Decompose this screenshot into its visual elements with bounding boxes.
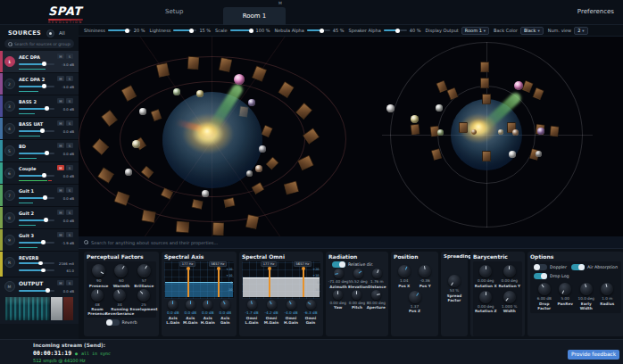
sources-filter-toggle[interactable] <box>46 29 54 37</box>
mute-button[interactable]: M <box>57 143 64 148</box>
properties-search-input[interactable] <box>91 240 618 245</box>
knob-brilliance[interactable]: 57 Brilliance <box>133 264 155 288</box>
knob-pitch[interactable]: 0.00 deg Pitch <box>347 290 366 310</box>
knob-envelopment[interactable]: 25 Envelopment <box>132 289 155 317</box>
knob-azimuth[interactable]: -71.40 deg Azimuth <box>328 269 348 289</box>
relative-dir-toggle[interactable] <box>332 261 345 268</box>
source-gain-slider[interactable] <box>19 86 54 87</box>
speaker-alpha-slider[interactable] <box>384 29 407 31</box>
eq-marker-high[interactable] <box>218 268 220 297</box>
nebula-alpha-slider[interactable] <box>307 29 330 31</box>
knob-axis-m-gain[interactable]: 0.0 dB Axis M.Gain <box>182 300 199 325</box>
3d-viewport[interactable] <box>79 37 623 236</box>
solo-button[interactable]: S <box>66 187 73 193</box>
source-orb[interactable] <box>436 104 443 112</box>
back-color-dropdown[interactable]: Black ▾ <box>520 27 544 35</box>
source-orb[interactable] <box>132 140 140 148</box>
knob-axis-l-gain[interactable]: 0.0 dB Axis L.Gain <box>164 300 181 325</box>
knob-omni-m-gain[interactable]: -4.2 dB Omni M.Gain <box>262 300 281 325</box>
source-orb[interactable] <box>173 88 180 95</box>
spectral-omni-eq-display[interactable]: 177 Hz 5657 Hz +20 +10 0 -10 <box>242 261 320 299</box>
sources-filter-all[interactable]: All <box>59 30 65 36</box>
source-orb[interactable] <box>125 169 132 176</box>
eq-marker-low[interactable] <box>269 268 270 297</box>
solo-button[interactable]: S <box>66 120 73 126</box>
knob-aperture[interactable]: 80.00 deg Aperture <box>367 290 386 310</box>
solo-button[interactable]: S <box>66 280 73 285</box>
source-orb[interactable] <box>248 99 255 106</box>
source-row-reverb[interactable]: R REVERB 2186 m3 61.0 <box>0 252 79 277</box>
eq-marker-high[interactable] <box>303 268 304 297</box>
source-orb[interactable] <box>536 151 542 157</box>
mute-button[interactable]: M <box>57 54 64 59</box>
reverb-level-slider[interactable] <box>19 269 54 271</box>
knob-pos-y[interactable]: -0.36 Pos Y <box>415 265 436 288</box>
mute-button[interactable]: M <box>57 232 64 237</box>
source-orb[interactable] <box>255 165 262 172</box>
knob-running-reverberance[interactable]: 34 Running Reverberance <box>107 289 132 317</box>
knob-axis-gain[interactable]: 0.0 dB Axis Gain <box>217 300 234 325</box>
source-row-couple[interactable]: 6 Couple M S 0.0 dB <box>0 162 79 185</box>
knob-omni-h-gain[interactable]: -4.0 dB Omni H.Gain <box>282 300 301 325</box>
source-gain-slider[interactable] <box>19 219 54 221</box>
drop-log-toggle[interactable] <box>534 273 547 279</box>
solo-button[interactable]: S <box>66 98 73 103</box>
display-output-dropdown[interactable]: Room 1 ▾ <box>461 27 489 35</box>
knob-pos-x[interactable]: 1.04 Pos X <box>394 265 415 288</box>
source-gain-slider[interactable] <box>19 108 54 110</box>
knob-elevation[interactable]: 55.52 deg Elevation <box>348 269 368 289</box>
mute-button-active[interactable]: M <box>57 165 64 170</box>
knob-early-width[interactable]: 10.0 deg Early Width <box>576 283 597 310</box>
sources-search-input[interactable] <box>14 42 71 46</box>
source-orb[interactable] <box>471 129 477 135</box>
source-orb[interactable] <box>498 129 503 135</box>
output-gain-slider[interactable] <box>19 290 54 292</box>
air-absorption-toggle[interactable] <box>571 264 585 270</box>
knob-panrev[interactable]: 5.00 PanRev <box>555 283 577 310</box>
source-row-bd[interactable]: 5 BD M S 0.0 dB <box>0 140 79 162</box>
source-row-bass-uat[interactable]: 4 BASS UAT M S 0.0 dB <box>0 118 79 140</box>
mute-button[interactable]: M <box>57 76 64 81</box>
doppler-toggle[interactable] <box>534 264 547 270</box>
source-orb[interactable] <box>386 104 395 112</box>
shininess-slider[interactable] <box>108 29 131 31</box>
solo-button[interactable]: S <box>66 54 73 59</box>
source-orb[interactable] <box>411 115 419 123</box>
spectral-axis-eq-display[interactable]: 177 Hz 5657 Hz +20 +10 0 -10 <box>164 261 234 299</box>
knob-warmth[interactable]: 60 Warmth <box>110 264 132 288</box>
knob-rotation-z[interactable]: 0.00 deg Rotation Z <box>474 291 497 314</box>
source-orb[interactable] <box>259 145 266 153</box>
eq-marker-low[interactable] <box>187 268 189 297</box>
reverb-toggle[interactable] <box>106 319 120 326</box>
knob-axis-h-gain[interactable]: 0.0 dB Axis H.Gain <box>199 300 216 325</box>
solo-button[interactable]: S <box>66 232 73 237</box>
tab-room-1[interactable]: Room 1 <box>223 7 286 25</box>
knob-distance[interactable]: 1.76 m Distance <box>368 269 386 289</box>
solo-button[interactable]: S <box>66 76 73 81</box>
source-orb[interactable] <box>537 128 544 135</box>
knob-spread-factor[interactable]: 53 % Spread Factor <box>444 275 465 302</box>
source-orb[interactable] <box>202 190 209 197</box>
scale-slider[interactable] <box>230 29 253 31</box>
mute-button[interactable]: M <box>57 210 64 215</box>
knob-rotation-y[interactable]: 0.00 deg Rotation Y <box>498 265 521 288</box>
knob-presence[interactable]: 90 Presence <box>87 264 110 288</box>
mute-button[interactable]: M <box>57 98 64 103</box>
mute-button[interactable]: M <box>57 120 64 126</box>
source-gain-slider[interactable] <box>19 130 54 132</box>
source-row-guit-1[interactable]: 7 Guit 1 M S 0.0 dB <box>0 185 79 207</box>
mute-button[interactable]: M <box>57 280 64 285</box>
source-row-aec-dpa-2[interactable]: 2 AEC DPA 2 M S -3.0 dB <box>0 73 79 95</box>
source-orb[interactable] <box>514 81 523 90</box>
lightness-slider[interactable] <box>173 29 196 31</box>
source-gain-slider[interactable] <box>19 242 54 244</box>
output-row[interactable]: M OUTPUT M S 0.0 dB <box>0 277 79 324</box>
source-orb[interactable] <box>196 90 204 97</box>
knob-drop-factor[interactable]: 6.00 dB Drop Factor <box>534 283 555 310</box>
preferences-button[interactable]: Preferences <box>577 8 614 15</box>
knob-yaw[interactable]: 0.00 deg Yaw <box>328 290 347 310</box>
source-row-guit-3[interactable]: 9 Guit 3 M S -1.9 dB <box>0 229 79 252</box>
knob-omni-l-gain[interactable]: -1.7 dB Omni L.Gain <box>243 300 262 325</box>
knob-radius[interactable]: 1.0 m Radius <box>597 283 619 310</box>
solo-button[interactable]: S <box>66 165 73 170</box>
